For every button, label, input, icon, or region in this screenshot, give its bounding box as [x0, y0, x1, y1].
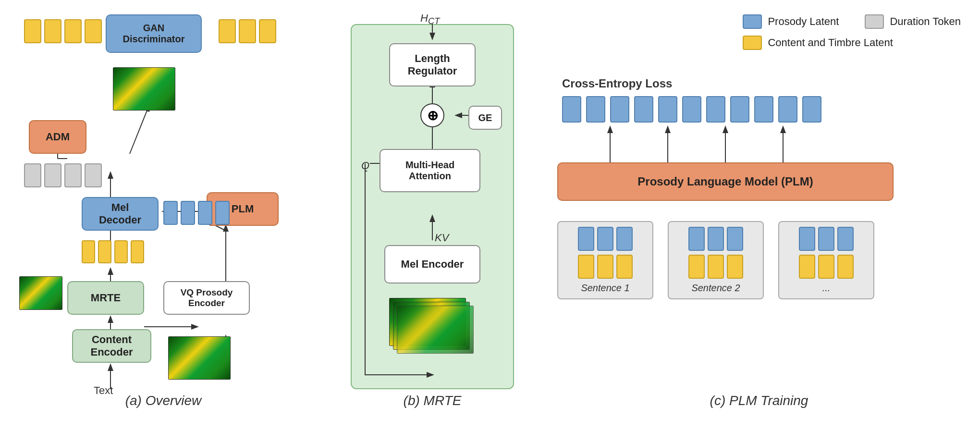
- cross-entropy-label: Cross-Entropy Loss: [562, 77, 672, 90]
- token-yellow: [219, 19, 236, 43]
- s1-token-yellow: [597, 255, 613, 279]
- token-blue: [778, 96, 797, 123]
- token-blue: [658, 96, 677, 123]
- legend: Prosody Latent Duration Token Content an…: [743, 14, 961, 50]
- token-blue: [682, 96, 701, 123]
- section-b: HCT Length Regulator ⊕ GE Multi-Head Att…: [331, 10, 533, 434]
- mrte-box: MRTE: [67, 281, 144, 315]
- token-gray: [64, 163, 82, 187]
- output-tokens-row: [562, 96, 821, 123]
- s2-token-blue: [688, 227, 705, 251]
- sentence-ellipsis-label: ...: [822, 283, 831, 294]
- sentence-2-box: Sentence 2: [668, 221, 764, 299]
- legend-prosody-latent: [743, 14, 762, 29]
- token-blue: [181, 201, 195, 225]
- sentence-2-label: Sentence 2: [691, 283, 740, 294]
- s3-token-blue: [837, 227, 854, 251]
- kv-label: KV: [435, 232, 449, 244]
- token-gray: [24, 163, 41, 187]
- content-encoder-box: Content Encoder: [72, 329, 151, 363]
- token-yellow: [114, 240, 128, 263]
- token-blue: [802, 96, 821, 123]
- tokens-top-right: [219, 19, 276, 43]
- hct-label: HCT: [420, 12, 440, 26]
- s1-token-yellow: [616, 255, 633, 279]
- s1-token-blue: [597, 227, 613, 251]
- legend-row-content: Content and Timbre Latent: [743, 36, 961, 50]
- token-yellow: [131, 240, 144, 263]
- plm-training-box: Prosody Language Model (PLM): [557, 162, 894, 201]
- token-blue: [163, 201, 178, 225]
- token-yellow: [24, 19, 41, 43]
- tokens-blue-mel: [163, 201, 230, 225]
- s2-token-blue: [708, 227, 724, 251]
- plus-circle: ⊕: [420, 103, 444, 127]
- section-a: GAN Discriminator ADM: [14, 10, 312, 434]
- spectrogram-input: [19, 276, 62, 310]
- tokens-yellow-mrte: [82, 240, 144, 263]
- token-blue: [754, 96, 773, 123]
- legend-row-prosody: Prosody Latent Duration Token: [743, 14, 961, 29]
- mel-encoder-box: Mel Encoder: [384, 245, 480, 284]
- token-yellow: [259, 19, 276, 43]
- s2-token-yellow: [708, 255, 724, 279]
- ge-box: GE: [468, 106, 502, 130]
- spectrogram-gan: [113, 67, 175, 111]
- token-yellow: [64, 19, 82, 43]
- q-label: Q: [361, 160, 369, 172]
- legend-content-label: Content and Timbre Latent: [768, 37, 893, 49]
- legend-content-timbre: [743, 36, 762, 50]
- s2-token-yellow: [688, 255, 705, 279]
- legend-duration-token: [865, 14, 884, 29]
- mel-decoder-box: Mel Decoder: [82, 197, 159, 231]
- section-c-label: (c) PLM Training: [710, 393, 808, 408]
- s1-token-blue: [616, 227, 633, 251]
- token-blue: [586, 96, 605, 123]
- token-blue: [610, 96, 629, 123]
- token-blue: [730, 96, 749, 123]
- s2-token-blue: [727, 227, 743, 251]
- s1-token-yellow: [578, 255, 594, 279]
- multi-head-box: Multi-Head Attention: [380, 149, 480, 192]
- s3-token-yellow: [799, 255, 815, 279]
- sentence-1-label: Sentence 1: [581, 283, 629, 294]
- token-blue: [634, 96, 653, 123]
- token-blue: [198, 201, 212, 225]
- s3-token-yellow: [818, 255, 834, 279]
- s3-token-blue: [799, 227, 815, 251]
- s3-token-yellow: [837, 255, 854, 279]
- token-gray: [85, 163, 102, 187]
- token-yellow: [98, 240, 111, 263]
- sentences-row: Sentence 1 Sentence 2: [557, 221, 874, 299]
- token-gray: [44, 163, 61, 187]
- legend-prosody-label: Prosody Latent: [768, 15, 839, 28]
- svg-line-5: [130, 106, 149, 154]
- section-a-label: (a) Overview: [125, 393, 202, 408]
- spectrogram-mrte: [389, 298, 476, 356]
- plm-diagram: Prosody Latent Duration Token Content an…: [552, 10, 966, 408]
- text-label: Text: [94, 384, 113, 397]
- token-yellow: [239, 19, 256, 43]
- length-regulator-box: Length Regulator: [389, 43, 476, 86]
- section-b-label: (b) MRTE: [404, 393, 462, 408]
- overview-diagram: GAN Discriminator ADM: [19, 10, 307, 408]
- spectrogram-ref: [168, 336, 231, 380]
- token-yellow: [85, 19, 102, 43]
- token-blue: [215, 201, 230, 225]
- token-yellow: [44, 19, 61, 43]
- main-container: GAN Discriminator ADM: [0, 0, 980, 444]
- length-regulator-label: Length Regulator: [408, 52, 457, 77]
- s2-token-yellow: [727, 255, 743, 279]
- tokens-gray: [24, 163, 102, 187]
- sentence-1-box: Sentence 1: [557, 221, 653, 299]
- sentence-ellipsis-box: ...: [778, 221, 874, 299]
- section-c: Prosody Latent Duration Token Content an…: [552, 10, 966, 434]
- legend-duration-label: Duration Token: [890, 15, 961, 28]
- mrte-diagram: HCT Length Regulator ⊕ GE Multi-Head Att…: [341, 10, 524, 408]
- s1-token-blue: [578, 227, 594, 251]
- token-yellow: [82, 240, 95, 263]
- vq-prosody-box: VQ Prosody Encoder: [163, 281, 250, 315]
- token-blue: [562, 96, 581, 123]
- s3-token-blue: [818, 227, 834, 251]
- gan-discriminator-box: GAN Discriminator: [106, 14, 202, 53]
